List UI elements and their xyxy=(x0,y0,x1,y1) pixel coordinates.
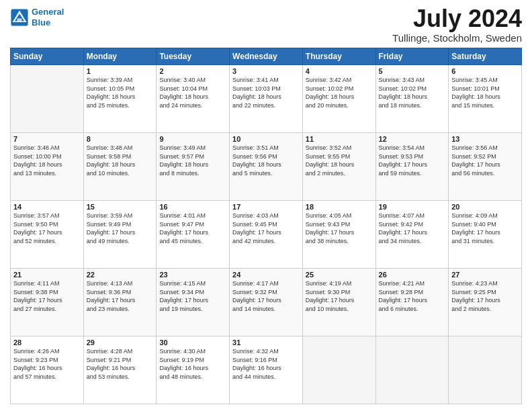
day-number: 31 xyxy=(232,338,300,347)
day-info: Sunrise: 4:23 AM Sunset: 9:25 PM Dayligh… xyxy=(451,279,519,313)
day-info: Sunrise: 4:30 AM Sunset: 9:19 PM Dayligh… xyxy=(159,347,226,381)
calendar-week-row: 21Sunrise: 4:11 AM Sunset: 9:38 PM Dayli… xyxy=(11,269,522,336)
calendar-cell: 7Sunrise: 3:46 AM Sunset: 10:00 PM Dayli… xyxy=(11,133,84,201)
day-info: Sunrise: 4:28 AM Sunset: 9:21 PM Dayligh… xyxy=(87,347,154,381)
logo-line1: General xyxy=(32,7,64,17)
day-number: 24 xyxy=(232,271,300,279)
day-info: Sunrise: 4:13 AM Sunset: 9:36 PM Dayligh… xyxy=(87,279,154,313)
calendar-cell: 29Sunrise: 4:28 AM Sunset: 9:21 PM Dayli… xyxy=(83,336,157,404)
calendar-header-tuesday: Tuesday xyxy=(157,48,230,65)
day-number: 7 xyxy=(13,135,81,143)
day-number: 28 xyxy=(13,338,81,347)
day-number: 26 xyxy=(379,271,446,279)
day-number: 5 xyxy=(379,67,446,75)
calendar-cell: 27Sunrise: 4:23 AM Sunset: 9:25 PM Dayli… xyxy=(449,269,522,336)
title-block: July 2024 Tullinge, Stockholm, Sweden xyxy=(392,7,522,44)
day-number: 11 xyxy=(306,135,373,143)
day-number: 20 xyxy=(451,203,519,211)
day-info: Sunrise: 3:59 AM Sunset: 9:49 PM Dayligh… xyxy=(87,212,154,245)
calendar-cell: 5Sunrise: 3:43 AM Sunset: 10:02 PM Dayli… xyxy=(375,65,449,133)
day-info: Sunrise: 4:11 AM Sunset: 9:38 PM Dayligh… xyxy=(13,279,81,313)
calendar-cell: 18Sunrise: 4:05 AM Sunset: 9:43 PM Dayli… xyxy=(302,201,375,269)
day-info: Sunrise: 3:48 AM Sunset: 9:58 PM Dayligh… xyxy=(87,144,154,177)
calendar-cell: 15Sunrise: 3:59 AM Sunset: 9:49 PM Dayli… xyxy=(83,201,157,269)
calendar-cell: 30Sunrise: 4:30 AM Sunset: 9:19 PM Dayli… xyxy=(157,336,230,404)
calendar-cell: 25Sunrise: 4:19 AM Sunset: 9:30 PM Dayli… xyxy=(302,269,375,336)
day-number: 23 xyxy=(159,271,226,279)
day-number: 4 xyxy=(306,67,373,75)
day-info: Sunrise: 4:19 AM Sunset: 9:30 PM Dayligh… xyxy=(306,279,373,313)
header: General Blue July 2024 Tullinge, Stockho… xyxy=(10,7,522,44)
calendar-week-row: 28Sunrise: 4:26 AM Sunset: 9:23 PM Dayli… xyxy=(11,336,522,404)
calendar-cell: 2Sunrise: 3:40 AM Sunset: 10:04 PM Dayli… xyxy=(157,65,230,133)
day-info: Sunrise: 3:51 AM Sunset: 9:56 PM Dayligh… xyxy=(232,144,300,177)
calendar-header-saturday: Saturday xyxy=(449,48,522,65)
calendar-cell xyxy=(302,336,375,404)
calendar-cell: 4Sunrise: 3:42 AM Sunset: 10:02 PM Dayli… xyxy=(302,65,375,133)
day-info: Sunrise: 4:07 AM Sunset: 9:42 PM Dayligh… xyxy=(379,212,446,245)
calendar-cell: 21Sunrise: 4:11 AM Sunset: 9:38 PM Dayli… xyxy=(11,269,84,336)
day-info: Sunrise: 3:43 AM Sunset: 10:02 PM Daylig… xyxy=(379,76,446,109)
day-info: Sunrise: 3:40 AM Sunset: 10:04 PM Daylig… xyxy=(159,76,226,109)
calendar-cell: 17Sunrise: 4:03 AM Sunset: 9:45 PM Dayli… xyxy=(230,201,303,269)
day-number: 29 xyxy=(87,338,154,347)
calendar-cell xyxy=(375,336,449,404)
calendar-week-row: 7Sunrise: 3:46 AM Sunset: 10:00 PM Dayli… xyxy=(11,133,522,201)
day-number: 18 xyxy=(306,203,373,211)
day-info: Sunrise: 3:49 AM Sunset: 9:57 PM Dayligh… xyxy=(159,144,226,177)
calendar-cell: 11Sunrise: 3:52 AM Sunset: 9:55 PM Dayli… xyxy=(302,133,375,201)
calendar-cell: 19Sunrise: 4:07 AM Sunset: 9:42 PM Dayli… xyxy=(375,201,449,269)
calendar-cell: 9Sunrise: 3:49 AM Sunset: 9:57 PM Daylig… xyxy=(157,133,230,201)
calendar-header-row: SundayMondayTuesdayWednesdayThursdayFrid… xyxy=(11,48,522,65)
calendar-cell xyxy=(11,65,84,133)
page: General Blue July 2024 Tullinge, Stockho… xyxy=(0,0,532,411)
svg-rect-3 xyxy=(17,18,22,22)
calendar-cell: 6Sunrise: 3:45 AM Sunset: 10:01 PM Dayli… xyxy=(449,65,522,133)
day-info: Sunrise: 3:41 AM Sunset: 10:03 PM Daylig… xyxy=(232,76,300,109)
day-info: Sunrise: 4:15 AM Sunset: 9:34 PM Dayligh… xyxy=(159,279,226,313)
day-number: 15 xyxy=(87,203,154,211)
day-number: 27 xyxy=(451,271,519,279)
calendar-week-row: 1Sunrise: 3:39 AM Sunset: 10:05 PM Dayli… xyxy=(11,65,522,133)
day-number: 25 xyxy=(306,271,373,279)
logo-icon xyxy=(10,8,29,27)
calendar-cell: 24Sunrise: 4:17 AM Sunset: 9:32 PM Dayli… xyxy=(230,269,303,336)
logo-line2: Blue xyxy=(32,17,50,28)
calendar-table: SundayMondayTuesdayWednesdayThursdayFrid… xyxy=(10,48,522,404)
day-number: 21 xyxy=(13,271,81,279)
day-number: 30 xyxy=(159,338,226,347)
day-info: Sunrise: 4:17 AM Sunset: 9:32 PM Dayligh… xyxy=(232,279,300,313)
day-info: Sunrise: 4:05 AM Sunset: 9:43 PM Dayligh… xyxy=(306,212,373,245)
calendar-cell: 31Sunrise: 4:32 AM Sunset: 9:16 PM Dayli… xyxy=(230,336,303,404)
day-info: Sunrise: 4:21 AM Sunset: 9:28 PM Dayligh… xyxy=(379,279,446,313)
day-info: Sunrise: 4:01 AM Sunset: 9:47 PM Dayligh… xyxy=(159,212,226,245)
logo-text: General Blue xyxy=(32,7,64,28)
calendar-cell: 3Sunrise: 3:41 AM Sunset: 10:03 PM Dayli… xyxy=(230,65,303,133)
calendar-cell: 8Sunrise: 3:48 AM Sunset: 9:58 PM Daylig… xyxy=(83,133,157,201)
day-info: Sunrise: 3:57 AM Sunset: 9:50 PM Dayligh… xyxy=(13,212,81,245)
calendar-cell: 13Sunrise: 3:56 AM Sunset: 9:52 PM Dayli… xyxy=(449,133,522,201)
day-info: Sunrise: 3:52 AM Sunset: 9:55 PM Dayligh… xyxy=(306,144,373,177)
day-number: 10 xyxy=(232,135,300,143)
calendar-week-row: 14Sunrise: 3:57 AM Sunset: 9:50 PM Dayli… xyxy=(11,201,522,269)
location: Tullinge, Stockholm, Sweden xyxy=(392,32,522,44)
day-number: 6 xyxy=(451,67,519,75)
calendar-cell: 23Sunrise: 4:15 AM Sunset: 9:34 PM Dayli… xyxy=(157,269,230,336)
calendar-header-thursday: Thursday xyxy=(302,48,375,65)
calendar-cell: 10Sunrise: 3:51 AM Sunset: 9:56 PM Dayli… xyxy=(230,133,303,201)
calendar-cell: 28Sunrise: 4:26 AM Sunset: 9:23 PM Dayli… xyxy=(11,336,84,404)
day-info: Sunrise: 3:45 AM Sunset: 10:01 PM Daylig… xyxy=(451,76,519,109)
calendar-cell: 14Sunrise: 3:57 AM Sunset: 9:50 PM Dayli… xyxy=(11,201,84,269)
day-number: 17 xyxy=(232,203,300,211)
day-number: 13 xyxy=(451,135,519,143)
day-number: 12 xyxy=(379,135,446,143)
day-info: Sunrise: 4:26 AM Sunset: 9:23 PM Dayligh… xyxy=(13,347,81,381)
day-info: Sunrise: 3:56 AM Sunset: 9:52 PM Dayligh… xyxy=(451,144,519,177)
calendar-header-friday: Friday xyxy=(375,48,449,65)
day-info: Sunrise: 4:03 AM Sunset: 9:45 PM Dayligh… xyxy=(232,212,300,245)
calendar-cell: 16Sunrise: 4:01 AM Sunset: 9:47 PM Dayli… xyxy=(157,201,230,269)
month-year: July 2024 xyxy=(392,7,522,31)
day-info: Sunrise: 3:46 AM Sunset: 10:00 PM Daylig… xyxy=(13,144,81,177)
day-number: 14 xyxy=(13,203,81,211)
day-info: Sunrise: 3:39 AM Sunset: 10:05 PM Daylig… xyxy=(87,76,154,109)
